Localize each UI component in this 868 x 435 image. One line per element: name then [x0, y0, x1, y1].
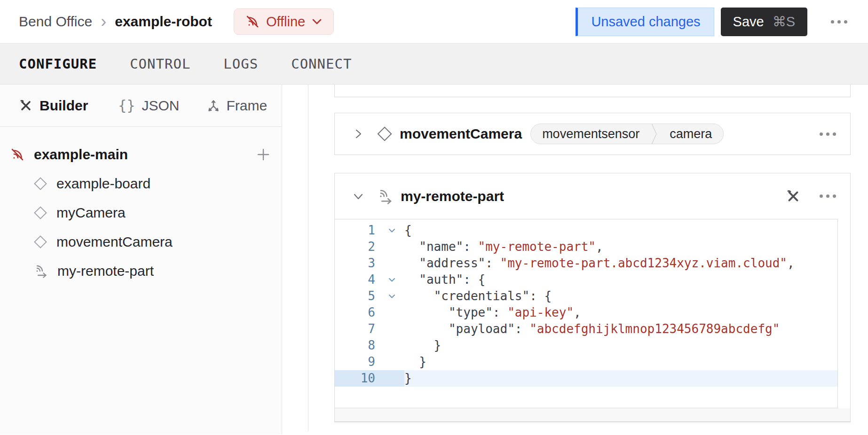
tab-control[interactable]: CONTROL — [130, 56, 190, 72]
unsaved-changes-label: Unsaved changes — [591, 14, 700, 30]
component-type-badge: movementsensor camera — [530, 124, 724, 144]
line-number: 7 — [335, 321, 379, 337]
line-number: 9 — [335, 354, 379, 370]
tree-item-my-remote-part[interactable]: my-remote-part — [0, 256, 282, 286]
line-number: 4 — [335, 272, 379, 288]
tree-item-label: my-remote-part — [57, 263, 154, 279]
diamond-icon — [34, 177, 47, 190]
save-shortcut-hint: ⌘S — [773, 14, 795, 30]
config-sidebar: Builder {} JSON Frame — [0, 85, 282, 435]
diamond-icon — [34, 235, 47, 249]
code-line-7[interactable]: 7 "payload": "abcdefghijklmnop123456789a… — [335, 321, 837, 337]
sidebar-mode-switcher: Builder {} JSON Frame — [0, 85, 282, 127]
header-overflow-menu-button[interactable] — [831, 20, 847, 23]
fold-chevron-down-icon[interactable] — [379, 222, 404, 239]
wifi-off-icon — [10, 148, 24, 162]
code-line-5[interactable]: 5 "credentials": { — [335, 288, 837, 304]
braces-icon: {} — [118, 97, 135, 114]
card-overflow-menu-button[interactable] — [820, 194, 836, 198]
mode-frame-label: Frame — [227, 98, 268, 114]
machine-status-dropdown[interactable]: Offline — [234, 8, 334, 35]
card-title: my-remote-part — [401, 188, 504, 204]
card-movementcamera: movementCamera movementsensor camera — [334, 113, 851, 155]
code-text: } — [404, 370, 837, 387]
badge-camera: camera — [658, 127, 723, 141]
line-number: 6 — [335, 304, 379, 321]
card-overflow-menu-button[interactable] — [820, 132, 836, 136]
badge-divider-icon — [651, 124, 658, 144]
code-text: "type": "api-key", — [404, 304, 837, 321]
mode-json[interactable]: {} JSON — [118, 97, 179, 114]
code-text: "credentials": { — [404, 288, 837, 304]
unsaved-changes-indicator[interactable]: Unsaved changes — [576, 8, 714, 36]
tab-connect[interactable]: CONNECT — [291, 56, 352, 72]
diamond-icon — [377, 126, 392, 141]
frame-icon — [207, 99, 220, 113]
breadcrumb-robot-name: example-robot — [115, 14, 212, 30]
top-header: Bend Office › example-robot Offline Unsa… — [0, 0, 868, 44]
code-line-6[interactable]: 6 "type": "api-key", — [335, 304, 837, 321]
code-line-2[interactable]: 2 "name": "my-remote-part", — [335, 239, 837, 255]
tree-item-label: example-board — [56, 176, 150, 192]
tree-item-example-board[interactable]: example-board — [0, 169, 282, 198]
collapse-chevron-down-icon[interactable] — [353, 191, 364, 202]
mode-builder[interactable]: Builder — [19, 98, 88, 114]
code-text: } — [404, 337, 837, 354]
fold-chevron-down-icon[interactable] — [379, 272, 404, 288]
line-number: 1 — [335, 222, 379, 239]
tools-icon — [19, 99, 33, 113]
chevron-down-icon — [312, 18, 322, 25]
mode-frame[interactable]: Frame — [207, 98, 268, 114]
line-number: 2 — [335, 239, 379, 255]
remote-part-icon — [34, 264, 48, 278]
tab-configure[interactable]: CONFIGURE — [19, 56, 97, 72]
code-editor-lines: 1{2 "name": "my-remote-part",3 "address"… — [335, 222, 837, 387]
wifi-off-icon — [245, 15, 260, 29]
line-number: 8 — [335, 337, 379, 354]
code-line-9[interactable]: 9 } — [335, 354, 837, 370]
save-button[interactable]: Save ⌘S — [721, 8, 807, 36]
diamond-icon — [34, 206, 47, 219]
tree-item-label: movementCamera — [56, 234, 173, 250]
code-text: "payload": "abcdefghijklmnop123456789abc… — [404, 321, 837, 337]
card-my-remote-part: my-remote-part 1{2 "name": "my-remote-pa… — [334, 173, 851, 422]
breadcrumb-separator-icon: › — [101, 13, 106, 30]
code-text: { — [404, 222, 837, 239]
machine-tab-bar: CONFIGURE CONTROL LOGS CONNECT — [0, 44, 868, 85]
badge-movementsensor: movementsensor — [531, 127, 651, 141]
config-cards-area: movementCamera movementsensor camera — [334, 85, 851, 435]
tree-item-example-main[interactable]: example-main — [0, 140, 282, 169]
code-text: } — [404, 354, 837, 370]
line-number: 3 — [335, 255, 379, 272]
add-component-button[interactable] — [256, 148, 270, 162]
mode-builder-label: Builder — [39, 98, 88, 114]
remote-card-header: my-remote-part — [335, 173, 850, 219]
breadcrumb-org[interactable]: Bend Office — [19, 14, 92, 30]
save-button-label: Save — [733, 14, 764, 30]
code-line-4[interactable]: 4 "auth": { — [335, 272, 837, 288]
component-tree: example-main example-board — [0, 127, 282, 286]
tools-icon[interactable] — [786, 189, 801, 204]
code-line-10[interactable]: 10} — [335, 370, 837, 387]
tree-item-movementcamera[interactable]: movementCamera — [0, 227, 282, 256]
json-code-editor[interactable]: 1{2 "name": "my-remote-part",3 "address"… — [335, 219, 838, 408]
tab-logs[interactable]: LOGS — [223, 56, 258, 72]
tree-item-mycamera[interactable]: myCamera — [0, 198, 282, 227]
tree-item-label: myCamera — [56, 205, 126, 221]
fold-chevron-down-icon[interactable] — [379, 288, 404, 304]
code-text: "name": "my-remote-part", — [404, 239, 837, 255]
code-line-8[interactable]: 8 } — [335, 337, 837, 354]
tree-item-label: example-main — [34, 147, 256, 163]
code-line-1[interactable]: 1{ — [335, 222, 837, 239]
configure-content: Builder {} JSON Frame — [0, 85, 868, 435]
remote-card-footer — [335, 408, 850, 421]
card-title: movementCamera — [400, 126, 522, 142]
code-text: "address": "my-remote-part.abcd1234xyz.v… — [404, 255, 837, 272]
card-partial-top — [334, 85, 851, 97]
expand-chevron-right-icon[interactable] — [353, 128, 364, 140]
line-number: 10 — [335, 370, 379, 387]
pane-divider — [308, 85, 308, 431]
code-line-3[interactable]: 3 "address": "my-remote-part.abcd1234xyz… — [335, 255, 837, 272]
machine-status-label: Offline — [266, 14, 305, 30]
remote-part-icon — [377, 188, 393, 204]
